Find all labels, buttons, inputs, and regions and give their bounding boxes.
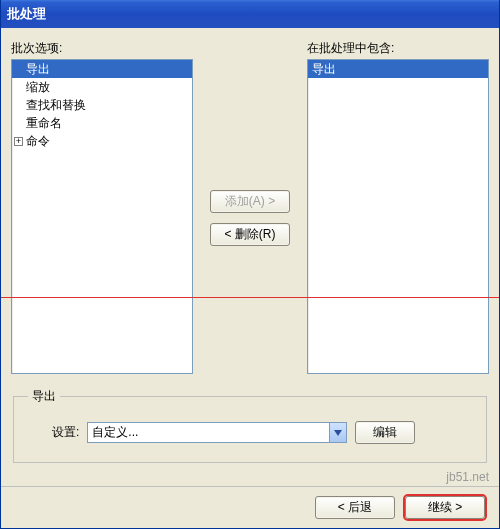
list-item-label: 重命名 (26, 116, 62, 130)
remove-button[interactable]: < 删除(R) (210, 223, 290, 246)
list-item-label: 导出 (26, 62, 50, 76)
left-list-label: 批次选项: (11, 40, 193, 57)
left-column: 批次选项: 导出 缩放 查找和替换 重命名 + (11, 40, 193, 374)
edit-button[interactable]: 编辑 (355, 421, 415, 444)
export-legend: 导出 (28, 388, 60, 405)
batch-window: 批处理 批次选项: 导出 缩放 查找和替换 重命名 (0, 0, 500, 529)
middle-column: 添加(A) > < 删除(R) (193, 40, 307, 246)
export-group: 导出 设置: 自定义... 编辑 (13, 388, 487, 463)
settings-combo-value: 自定义... (92, 424, 138, 441)
settings-label: 设置: (28, 424, 79, 441)
list-item-label: 查找和替换 (26, 98, 86, 112)
next-button[interactable]: 继续 > (405, 496, 485, 519)
dialog-footer: < 后退 继续 > (1, 486, 499, 528)
add-button[interactable]: 添加(A) > (210, 190, 290, 213)
tree-expand-icon[interactable]: + (14, 137, 23, 146)
list-item[interactable]: 重命名 (12, 114, 192, 132)
list-item[interactable]: 导出 (12, 60, 192, 78)
tree-item-commands[interactable]: + 命令 (12, 132, 192, 150)
list-item-label: 缩放 (26, 80, 50, 94)
dialog-body: 批次选项: 导出 缩放 查找和替换 重命名 + (1, 28, 499, 486)
tree-item-label: 命令 (26, 133, 50, 149)
back-button[interactable]: < 后退 (315, 496, 395, 519)
list-item[interactable]: 缩放 (12, 78, 192, 96)
remove-button-label: < 删除(R) (225, 227, 276, 241)
title-bar: 批处理 (1, 0, 499, 28)
included-list[interactable]: 导出 (307, 59, 489, 374)
list-item[interactable]: 导出 (308, 60, 488, 78)
settings-combo[interactable]: 自定义... (87, 422, 347, 443)
settings-row: 设置: 自定义... 编辑 (28, 421, 472, 444)
columns: 批次选项: 导出 缩放 查找和替换 重命名 + (11, 40, 489, 374)
right-column: 在批处理中包含: 导出 (307, 40, 489, 374)
list-item-label: 导出 (312, 62, 336, 76)
list-item[interactable]: 查找和替换 (12, 96, 192, 114)
chevron-down-icon[interactable] (329, 423, 346, 442)
add-button-label: 添加(A) > (225, 194, 275, 208)
next-button-label: 继续 > (428, 500, 462, 514)
right-list-label: 在批处理中包含: (307, 40, 489, 57)
back-button-label: < 后退 (338, 500, 372, 514)
window-title: 批处理 (7, 5, 46, 23)
batch-options-list[interactable]: 导出 缩放 查找和替换 重命名 + 命令 (11, 59, 193, 374)
edit-button-label: 编辑 (373, 425, 397, 439)
